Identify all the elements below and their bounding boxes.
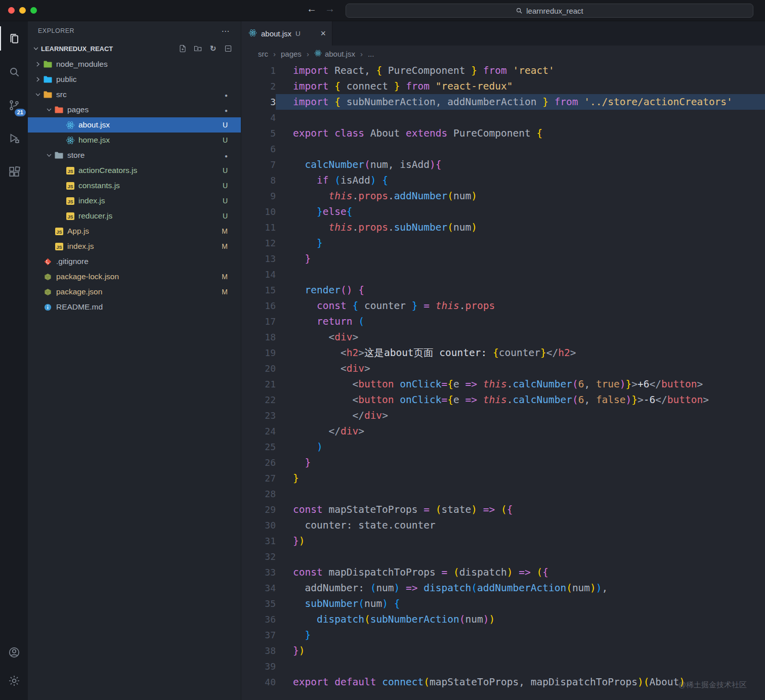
code-line-32[interactable]: 32 bbox=[241, 549, 765, 564]
code-line-6[interactable]: 6 bbox=[241, 141, 765, 157]
collapse-all-icon[interactable] bbox=[224, 44, 233, 53]
tree-file-reducer-js[interactable]: JSreducer.jsU bbox=[28, 208, 241, 224]
code-line-4[interactable]: 4 bbox=[241, 110, 765, 125]
code-line-1[interactable]: 1import React, { PureComponent } from 'r… bbox=[241, 63, 765, 78]
code-line-14[interactable]: 14 bbox=[241, 267, 765, 282]
code-line-text: render() { bbox=[276, 282, 765, 298]
zoom-window-button[interactable] bbox=[30, 7, 37, 14]
close-window-button[interactable] bbox=[8, 7, 15, 14]
code-line-34[interactable]: 34 addNumber: (num) => dispatch(addNumbe… bbox=[241, 580, 765, 596]
code-line-10[interactable]: 10 }else{ bbox=[241, 204, 765, 220]
code-line-17[interactable]: 17 return ( bbox=[241, 314, 765, 329]
tree-file-index-js[interactable]: JSindex.jsM bbox=[28, 239, 241, 254]
code-line-33[interactable]: 33const mapDispatchToProps = (dispatch) … bbox=[241, 564, 765, 580]
line-number: 39 bbox=[241, 659, 276, 674]
code-line-36[interactable]: 36 dispatch(subNumberAction(num)) bbox=[241, 611, 765, 627]
code-line-18[interactable]: 18 <div> bbox=[241, 329, 765, 345]
tree-file-gitignore[interactable]: .gitignore bbox=[28, 254, 241, 269]
tree-file-about-jsx[interactable]: about.jsxU bbox=[28, 117, 241, 133]
code-line-38[interactable]: 38}) bbox=[241, 643, 765, 659]
code-line-25[interactable]: 25 ) bbox=[241, 439, 765, 455]
search-sidebar-icon[interactable] bbox=[0, 60, 28, 84]
code-line-31[interactable]: 31}) bbox=[241, 533, 765, 549]
tree-item-label: store bbox=[67, 151, 84, 160]
tree-file-package-lock-json[interactable]: package-lock.jsonM bbox=[28, 269, 241, 284]
tree-folder-store[interactable]: store● bbox=[28, 148, 241, 163]
code-line-text: </div> bbox=[276, 408, 765, 423]
code-line-23[interactable]: 23 </div> bbox=[241, 408, 765, 423]
account-icon[interactable] bbox=[0, 640, 28, 665]
tree-file-constants-js[interactable]: JSconstants.jsU bbox=[28, 178, 241, 193]
line-number: 9 bbox=[241, 188, 276, 204]
breadcrumb-item-[interactable]: ... bbox=[368, 50, 374, 58]
extensions-icon[interactable] bbox=[0, 160, 28, 184]
tree-folder-public[interactable]: public bbox=[28, 72, 241, 87]
breadcrumb-item-pages[interactable]: pages bbox=[281, 50, 302, 58]
code-line-28[interactable]: 28 bbox=[241, 486, 765, 502]
code-line-12[interactable]: 12 } bbox=[241, 235, 765, 251]
tree-file-actioncreators-js[interactable]: JSactionCreators.jsU bbox=[28, 163, 241, 178]
code-line-24[interactable]: 24 </div> bbox=[241, 423, 765, 439]
navigate-back-icon[interactable]: ← bbox=[307, 3, 317, 15]
new-folder-icon[interactable] bbox=[193, 44, 202, 53]
tree-file-index-js[interactable]: JSindex.jsU bbox=[28, 193, 241, 208]
chevron-down-icon bbox=[33, 91, 42, 98]
breadcrumb-item-src[interactable]: src bbox=[258, 50, 268, 58]
code-line-20[interactable]: 20 <div> bbox=[241, 361, 765, 376]
code-line-11[interactable]: 11 this.props.subNumber(num) bbox=[241, 220, 765, 235]
code-line-39[interactable]: 39 bbox=[241, 659, 765, 674]
navigate-forward-icon[interactable]: → bbox=[325, 3, 335, 15]
close-icon[interactable]: × bbox=[320, 29, 326, 38]
code-line-5[interactable]: 5export class About extends PureComponen… bbox=[241, 125, 765, 141]
line-number: 32 bbox=[241, 549, 276, 564]
explorer-title: EXPLORER bbox=[38, 27, 74, 34]
js-icon: JS bbox=[54, 228, 64, 235]
code-line-30[interactable]: 30 counter: state.counter bbox=[241, 517, 765, 533]
code-line-2[interactable]: 2import { connect } from "react-redux" bbox=[241, 78, 765, 94]
line-number: 7 bbox=[241, 157, 276, 172]
code-line-27[interactable]: 27} bbox=[241, 470, 765, 486]
tree-folder-pages[interactable]: pages● bbox=[28, 102, 241, 117]
code-line-40[interactable]: 40export default connect(mapStateToProps… bbox=[241, 674, 765, 690]
code-line-text bbox=[276, 486, 765, 502]
code-line-29[interactable]: 29const mapStateToProps = (state) => ({ bbox=[241, 502, 765, 517]
code-line-16[interactable]: 16 const { counter } = this.props bbox=[241, 298, 765, 314]
code-line-9[interactable]: 9 this.props.addNumber(num) bbox=[241, 188, 765, 204]
code-line-26[interactable]: 26 } bbox=[241, 455, 765, 470]
code-line-19[interactable]: 19 <h2>这是about页面 counter: {counter}</h2> bbox=[241, 345, 765, 361]
code-line-37[interactable]: 37 } bbox=[241, 627, 765, 643]
code-line-15[interactable]: 15 render() { bbox=[241, 282, 765, 298]
code-line-3[interactable]: 3import { subNumberAction, addNumberActi… bbox=[241, 94, 765, 110]
tree-file-package-json[interactable]: package.jsonM bbox=[28, 284, 241, 299]
source-control-icon[interactable]: 21 bbox=[0, 93, 28, 117]
command-center-search[interactable]: learnredux_react bbox=[346, 4, 753, 18]
code-line-7[interactable]: 7 calcNumber(num, isAdd){ bbox=[241, 157, 765, 172]
tree-folder-node-modules[interactable]: node_modules bbox=[28, 57, 241, 72]
line-number: 28 bbox=[241, 486, 276, 502]
settings-gear-icon[interactable] bbox=[0, 669, 28, 693]
breadcrumb-item-about-jsx[interactable]: about.jsx bbox=[314, 50, 355, 58]
minimize-window-button[interactable] bbox=[19, 7, 26, 14]
tab-about-jsx[interactable]: about.jsx U × bbox=[241, 21, 332, 46]
explorer-sidebar: EXPLORER ⋯ LEARNREDUX_REACT ↻ node_modul… bbox=[28, 21, 241, 700]
refresh-icon[interactable]: ↻ bbox=[208, 44, 218, 53]
tree-file-app-js[interactable]: JSApp.jsM bbox=[28, 224, 241, 239]
code-line-22[interactable]: 22 <button onClick={e => this.calcNumber… bbox=[241, 392, 765, 408]
explorer-icon[interactable] bbox=[0, 26, 28, 51]
code-line-text: subNumber(num) { bbox=[276, 596, 765, 611]
code-line-8[interactable]: 8 if (isAdd) { bbox=[241, 172, 765, 188]
workspace-section-header[interactable]: LEARNREDUX_REACT ↻ bbox=[28, 40, 241, 57]
new-file-icon[interactable] bbox=[178, 44, 187, 53]
code-line-35[interactable]: 35 subNumber(num) { bbox=[241, 596, 765, 611]
tree-file-readme-md[interactable]: README.md bbox=[28, 299, 241, 315]
tree-file-home-jsx[interactable]: home.jsxU bbox=[28, 133, 241, 148]
tree-folder-src[interactable]: src● bbox=[28, 87, 241, 102]
code-line-21[interactable]: 21 <button onClick={e => this.calcNumber… bbox=[241, 376, 765, 392]
code-editor[interactable]: 1import React, { PureComponent } from 'r… bbox=[241, 62, 765, 700]
run-debug-icon[interactable] bbox=[0, 126, 28, 151]
line-number: 21 bbox=[241, 376, 276, 392]
code-line-13[interactable]: 13 } bbox=[241, 251, 765, 267]
explorer-more-actions-icon[interactable]: ⋯ bbox=[222, 26, 230, 36]
js-icon: JS bbox=[65, 197, 75, 205]
react-icon bbox=[65, 136, 75, 145]
